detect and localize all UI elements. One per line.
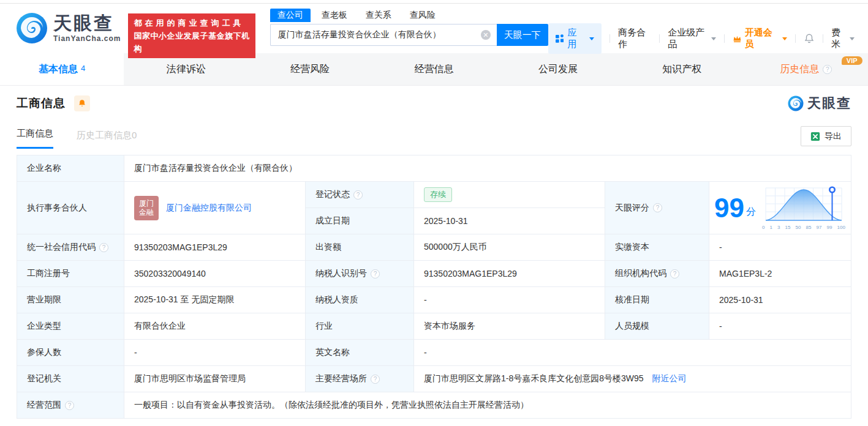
page: 天眼查 TianYanCha.com 都在用的商业查询工具 国家中小企业发展子基… bbox=[0, 0, 868, 426]
tab-count: 4 bbox=[81, 64, 85, 73]
table-row: 营业期限 2025-10-31 至 无固定期限 纳税人资质 - 核准日期 202… bbox=[17, 287, 851, 313]
open-vip-button[interactable]: 开通会员 bbox=[733, 27, 788, 50]
table-row: 统一社会信用代码? 91350203MAG1EP3L29 出资额 500000万… bbox=[17, 234, 851, 261]
bell-icon bbox=[804, 33, 815, 44]
partner-company-logo[interactable]: 厦门 金融 bbox=[134, 196, 159, 220]
username: 费米 bbox=[831, 27, 847, 50]
header-nav: 应用 商务合作 企业级产品 开通会员 bbox=[548, 23, 855, 54]
help-icon[interactable]: ? bbox=[371, 269, 380, 278]
table-row: 登记机关 厦门市思明区市场监督管理局 主要经营场所? 厦门市思明区文屏路1-8号… bbox=[17, 366, 851, 392]
help-icon[interactable]: ? bbox=[653, 203, 662, 212]
notifications-button[interactable] bbox=[804, 33, 815, 44]
field-label: 实缴资本 bbox=[605, 234, 709, 261]
field-value: 2025-10-31 至 无固定期限 bbox=[124, 287, 306, 313]
chevron-down-icon bbox=[711, 37, 716, 40]
vip-badge: VIP bbox=[842, 56, 862, 65]
status-badge: 存续 bbox=[424, 187, 452, 202]
brand-text: 天眼查 bbox=[807, 94, 851, 113]
score-unit: 分 bbox=[746, 206, 756, 219]
tianyancha-logo-icon bbox=[788, 95, 804, 111]
divider bbox=[659, 34, 660, 43]
field-label: 企业名称 bbox=[17, 155, 124, 182]
promo-banner: 都在用的商业查询工具 国家中小企业发展子基金旗下机构 bbox=[128, 13, 255, 58]
help-icon[interactable]: ? bbox=[670, 269, 679, 278]
table-row: 参保人数 - 英文名称 - bbox=[17, 340, 851, 366]
help-icon[interactable]: ? bbox=[371, 375, 380, 384]
field-label: 登记机关 bbox=[17, 366, 124, 392]
field-value: MAG1EP3L-2 bbox=[709, 261, 851, 287]
tab-legal-litigation[interactable]: 法律诉讼 bbox=[124, 53, 247, 85]
field-value: - bbox=[414, 340, 851, 366]
tab-company-development[interactable]: 公司发展 bbox=[496, 53, 620, 85]
search-tab-company[interactable]: 查公司 bbox=[270, 9, 311, 22]
field-label: 工商注册号 bbox=[17, 261, 124, 287]
app-grid-icon bbox=[556, 34, 564, 43]
nav-enterprise-products[interactable]: 企业级产品 bbox=[668, 27, 716, 50]
search-input[interactable] bbox=[270, 24, 497, 46]
tab-label: 历史信息 bbox=[780, 63, 819, 76]
tab-label: 经营信息 bbox=[414, 63, 453, 76]
subtab-history-business-info[interactable]: 历史工商信息0 bbox=[77, 130, 137, 149]
help-icon[interactable]: ? bbox=[353, 190, 363, 200]
nav-cooperation[interactable]: 商务合作 bbox=[618, 27, 651, 50]
subscribe-bell-button[interactable] bbox=[74, 95, 90, 111]
search-button[interactable]: 天眼一下 bbox=[497, 24, 548, 46]
field-value: - bbox=[709, 313, 851, 340]
help-icon[interactable]: ? bbox=[65, 401, 74, 410]
tab-intellectual-property[interactable]: 知识产权 bbox=[620, 53, 744, 85]
help-icon[interactable]: ? bbox=[823, 65, 832, 74]
avatar-text: 金融 bbox=[139, 208, 154, 217]
chevron-down-icon bbox=[589, 37, 594, 40]
score-axis-labels: 01 315 5085 9799 100 bbox=[762, 225, 845, 230]
help-icon[interactable]: ? bbox=[99, 243, 108, 252]
business-scope-value: 一般项目：以自有资金从事投资活动。（除依法须经批准的项目外，凭营业执照依法自主开… bbox=[124, 392, 851, 419]
tianyan-score: 99 分 bbox=[714, 185, 846, 230]
search-tab-risk[interactable]: 查风险 bbox=[402, 9, 443, 22]
search-tab-relation[interactable]: 查关系 bbox=[358, 9, 399, 22]
partner-company-link[interactable]: 厦门金融控股有限公司 bbox=[166, 203, 252, 214]
avatar-text: 厦门 bbox=[139, 199, 154, 208]
subtab-business-info[interactable]: 工商信息 bbox=[17, 128, 53, 149]
field-value: - bbox=[709, 234, 851, 261]
field-value: 2025-10-31 bbox=[709, 287, 851, 313]
clear-search-icon[interactable]: ✕ bbox=[481, 30, 491, 40]
table-row: 企业名称 厦门市盘活存量投资合伙企业（有限合伙） bbox=[17, 155, 851, 182]
tab-label: 知识产权 bbox=[662, 63, 701, 76]
user-menu[interactable]: 费米 bbox=[831, 27, 855, 50]
field-label: 纳税人资质 bbox=[306, 287, 414, 313]
main-content: 工商信息 天眼查 工商信息 历史工商信息0 bbox=[0, 86, 868, 419]
promo-line1: 都在用的商业查询工具 bbox=[134, 17, 249, 29]
score-value: 99 bbox=[714, 195, 744, 222]
chevron-down-icon bbox=[850, 37, 855, 40]
field-label: 主要经营场所 bbox=[315, 373, 367, 384]
tab-history-info[interactable]: VIP 历史信息 ? bbox=[744, 53, 868, 85]
nearby-companies-link[interactable]: 附近公司 bbox=[652, 373, 686, 383]
field-value: 500000万人民币 bbox=[414, 234, 605, 261]
field-label: 营业期限 bbox=[17, 287, 124, 313]
field-value: - bbox=[124, 340, 306, 366]
field-value: - bbox=[414, 287, 605, 313]
search-tab-boss[interactable]: 查老板 bbox=[314, 9, 355, 22]
company-tabs: 基本信息 4 法律诉讼 经营风险 经营信息 公司发展 知识产权 VIP 历史信息… bbox=[0, 53, 868, 86]
enterprise-label: 企业级产品 bbox=[668, 27, 709, 50]
search-block: 查公司 查老板 查关系 查风险 ✕ 天眼一下 bbox=[270, 9, 548, 46]
site-logo[interactable]: 天眼查 TianYanCha.com bbox=[16, 12, 121, 44]
field-value: 有限合伙企业 bbox=[124, 313, 306, 340]
tab-business-info[interactable]: 经营信息 bbox=[372, 53, 496, 85]
tab-operational-risk[interactable]: 经营风险 bbox=[248, 53, 372, 85]
section-brand-logo: 天眼查 bbox=[788, 94, 851, 113]
score-chart: 01 315 5085 9799 100 bbox=[762, 185, 845, 230]
subtabs: 工商信息 历史工商信息0 导出 bbox=[17, 126, 851, 149]
chevron-down-icon bbox=[782, 37, 787, 40]
apps-menu[interactable]: 应用 bbox=[548, 23, 602, 54]
tab-basic-info[interactable]: 基本信息 4 bbox=[0, 53, 124, 85]
score-distribution-curve bbox=[762, 185, 845, 222]
divider bbox=[724, 34, 725, 43]
table-row: 经营范围? 一般项目：以自有资金从事投资活动。（除依法须经批准的项目外，凭营业执… bbox=[17, 392, 851, 419]
field-label: 成立日期 bbox=[306, 208, 414, 234]
divider bbox=[823, 34, 823, 43]
crown-icon bbox=[733, 34, 742, 43]
tab-label: 法律诉讼 bbox=[167, 63, 206, 76]
section-title: 工商信息 bbox=[17, 95, 66, 111]
export-button[interactable]: 导出 bbox=[801, 126, 851, 146]
